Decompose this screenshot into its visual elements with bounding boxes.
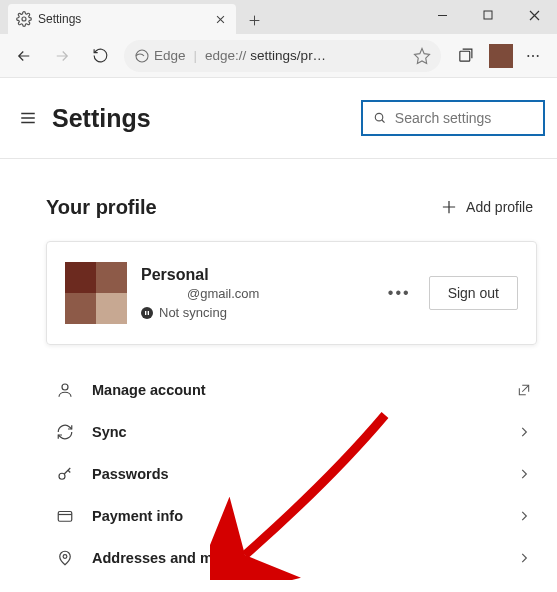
card-icon [56,507,74,525]
row-label: Payment info [92,508,499,524]
search-icon [373,110,387,126]
window-titlebar: Settings [0,0,557,34]
svg-point-7 [375,113,382,120]
profile-email: @gmail.com [141,286,374,301]
plus-icon [442,200,456,214]
settings-page: Settings Your profile Add profile Person… [0,78,557,592]
settings-search-input[interactable] [395,110,533,126]
add-profile-label: Add profile [466,199,533,215]
svg-point-6 [537,55,539,57]
row-passwords[interactable]: Passwords [46,453,537,495]
chevron-right-icon [517,467,531,481]
profile-info: Personal @gmail.com Not syncing [141,266,374,320]
svg-point-0 [22,17,26,21]
row-addresses[interactable]: Addresses and more [46,537,537,579]
key-icon [56,465,74,483]
profile-card-actions: ••• Sign out [388,276,518,310]
settings-search[interactable] [361,100,545,136]
profile-section-title: Your profile [46,196,438,219]
sync-status-text: Not syncing [159,305,227,320]
svg-point-4 [527,55,529,57]
address-url-path: settings/pr… [250,48,326,63]
location-icon [56,549,74,567]
svg-point-10 [62,384,68,390]
gear-icon [16,11,32,27]
address-brand: Edge [154,48,186,63]
address-divider: | [194,48,198,63]
sync-paused-icon [141,307,153,319]
profile-avatar-button[interactable] [489,44,513,68]
profile-sync-status: Not syncing [141,305,374,320]
address-bar[interactable]: Edge | edge://settings/pr… [124,40,441,72]
sign-out-button[interactable]: Sign out [429,276,518,310]
svg-rect-3 [459,51,469,61]
svg-point-2 [136,50,148,62]
profile-section-header: Your profile Add profile [46,195,537,219]
row-label: Sync [92,424,499,440]
row-import-browser-data[interactable]: Import browser data [46,579,537,592]
svg-point-5 [532,55,534,57]
favorite-star-icon[interactable] [413,47,431,65]
window-controls [419,0,557,30]
profile-card: Personal @gmail.com Not syncing ••• Sign… [46,241,537,345]
row-sync[interactable]: Sync [46,411,537,453]
window-minimize-button[interactable] [419,0,465,30]
profile-more-button[interactable]: ••• [388,284,411,302]
browser-toolbar: Edge | edge://settings/pr… [0,34,557,78]
add-profile-button[interactable]: Add profile [438,195,537,219]
row-label: Passwords [92,466,499,482]
forward-button[interactable] [44,38,80,74]
profile-avatar [65,262,127,324]
svg-point-13 [63,555,67,559]
chevron-right-icon [517,551,531,565]
row-payment-info[interactable]: Payment info [46,495,537,537]
svg-point-11 [59,473,65,479]
svg-rect-9 [148,311,149,315]
page-title: Settings [52,104,351,133]
svg-rect-8 [145,311,146,315]
browser-tab[interactable]: Settings [8,4,236,34]
chevron-right-icon [517,509,531,523]
edge-logo-icon [134,48,150,64]
settings-header: Settings [0,78,557,152]
row-label: Manage account [92,382,499,398]
sync-icon [56,423,74,441]
address-url-prefix: edge:// [205,48,246,63]
profile-options-list: Manage account Sync Passwords Payment in… [46,369,537,592]
new-tab-button[interactable] [240,6,268,34]
refresh-button[interactable] [82,38,118,74]
back-button[interactable] [6,38,42,74]
svg-rect-12 [58,512,72,522]
profile-name: Personal [141,266,374,284]
row-label: Addresses and more [92,550,499,566]
app-menu-button[interactable] [515,38,551,74]
external-link-icon [517,383,531,397]
svg-rect-1 [484,11,492,19]
menu-toggle-button[interactable] [14,104,42,132]
person-icon [56,381,74,399]
tab-close-icon[interactable] [212,11,228,27]
chevron-right-icon [517,425,531,439]
tab-title: Settings [38,12,206,26]
window-close-button[interactable] [511,0,557,30]
collections-button[interactable] [447,38,483,74]
profile-section: Your profile Add profile Personal @gmail… [0,159,557,592]
row-manage-account[interactable]: Manage account [46,369,537,411]
window-maximize-button[interactable] [465,0,511,30]
